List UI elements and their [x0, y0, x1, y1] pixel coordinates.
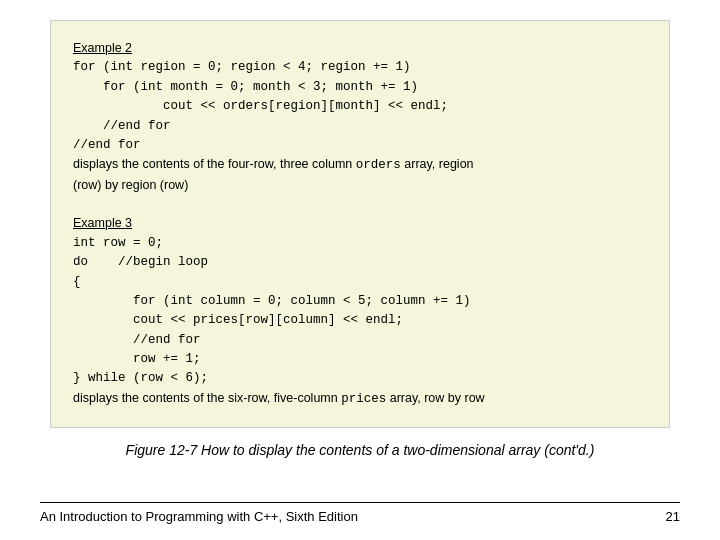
example2-desc1: displays the contents of the four-row, t… [73, 155, 647, 175]
example3-desc1: displays the contents of the six-row, fi… [73, 389, 647, 409]
footer-right: 21 [666, 509, 680, 524]
example3-line1: int row = 0; [73, 234, 647, 253]
example3-line4: for (int column = 0; column < 5; column … [73, 292, 647, 311]
code-box: Example 2 for (int region = 0; region < … [50, 20, 670, 428]
example2-line3: cout << orders[region][month] << endl; [73, 97, 647, 116]
example3-line6: //end for [73, 331, 647, 350]
example2-line5: //end for [73, 136, 647, 155]
example3-line8: } while (row < 6); [73, 369, 647, 388]
example3-line3: { [73, 273, 647, 292]
example2-line2: for (int month = 0; month < 3; month += … [73, 78, 647, 97]
footer: An Introduction to Programming with C++,… [40, 502, 680, 524]
example3-line7: row += 1; [73, 350, 647, 369]
figure-caption: Figure 12-7 How to display the contents … [126, 442, 595, 458]
example2-label: Example 2 [73, 39, 647, 58]
example3-label: Example 3 [73, 214, 647, 233]
example2-line4: //end for [73, 117, 647, 136]
example2-desc2: (row) by region (row) [73, 176, 647, 195]
example3-line5: cout << prices[row][column] << endl; [73, 311, 647, 330]
example3-line2: do //begin loop [73, 253, 647, 272]
example2-line1: for (int region = 0; region < 4; region … [73, 58, 647, 77]
footer-left: An Introduction to Programming with C++,… [40, 509, 358, 524]
main-content: Example 2 for (int region = 0; region < … [40, 20, 680, 502]
